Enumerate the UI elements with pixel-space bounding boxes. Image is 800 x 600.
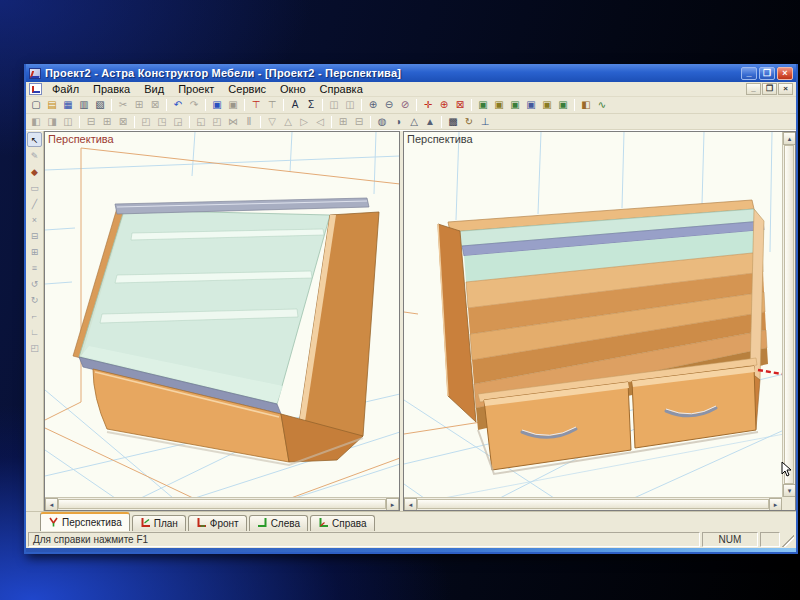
scroll-down-icon[interactable]: ▾ xyxy=(783,484,796,497)
view-cabinet-icon[interactable]: ▣ xyxy=(491,98,507,112)
view-room-icon[interactable]: ▣ xyxy=(555,98,571,112)
render-wireframe-icon[interactable]: ◍ xyxy=(374,115,390,129)
print-preview-icon[interactable]: ▧ xyxy=(92,98,108,112)
view-top-3d-icon[interactable]: ▣ xyxy=(539,98,555,112)
edge-band-tool-icon[interactable]: ∟ xyxy=(27,324,42,339)
horizontal-scrollbar-left-viewport[interactable]: ◂ ▸ xyxy=(45,497,399,510)
tab-перспектива[interactable]: Перспектива xyxy=(40,512,130,531)
text-label-icon[interactable]: А xyxy=(287,98,303,112)
scroll-left-icon[interactable]: ◂ xyxy=(45,498,58,511)
group-tool-icon[interactable]: ◰ xyxy=(27,340,42,355)
material-fill-icon[interactable]: ▣ xyxy=(209,98,225,112)
redo-icon[interactable]: ↷ xyxy=(186,98,202,112)
select-tool-icon[interactable]: ↖ xyxy=(27,132,42,147)
menu-item-правка[interactable]: Правка xyxy=(86,82,137,96)
zoom-window-icon[interactable]: ⊘ xyxy=(397,98,413,112)
minimize-button[interactable]: _ xyxy=(741,67,757,80)
render-smooth-icon[interactable]: ▲ xyxy=(422,115,438,129)
scroll-up-icon[interactable]: ▴ xyxy=(783,132,796,145)
mirror-left-icon[interactable]: ◁ xyxy=(312,115,328,129)
view-wireframe-icon[interactable]: ▣ xyxy=(523,98,539,112)
anchor-view-icon[interactable]: ⊥ xyxy=(477,115,493,129)
shrink-panel-icon[interactable]: Ⅱ xyxy=(241,115,257,129)
orbit-view-icon[interactable]: ↻ xyxy=(461,115,477,129)
scroll-thumb[interactable] xyxy=(784,145,794,484)
close-button[interactable]: × xyxy=(777,67,793,80)
add-panel-h-tool-icon[interactable]: ⊟ xyxy=(27,228,42,243)
fastener-remove-icon[interactable]: ⊤ xyxy=(264,98,280,112)
stretch-panel-icon[interactable]: ⋈ xyxy=(225,115,241,129)
scroll-left-icon[interactable]: ◂ xyxy=(404,498,417,511)
document-icon[interactable] xyxy=(29,83,42,95)
align-top-edges-icon[interactable]: ◳ xyxy=(154,115,170,129)
child-minimize-button[interactable]: _ xyxy=(746,83,761,95)
view-shaded-icon[interactable]: ▣ xyxy=(507,98,523,112)
camera-view-icon[interactable]: ◧ xyxy=(578,98,594,112)
formula-sum-icon[interactable]: Σ xyxy=(303,98,319,112)
center-view-icon[interactable]: ⊕ xyxy=(436,98,452,112)
flip-vertical-icon[interactable]: ▽ xyxy=(264,115,280,129)
dimension-h-icon[interactable]: ◫ xyxy=(326,98,342,112)
vertical-scrollbar-right-viewport[interactable]: ▴ ▾ xyxy=(782,132,795,497)
save-file-icon[interactable]: ▦ xyxy=(60,98,76,112)
menu-item-файл[interactable]: Файл xyxy=(45,82,86,96)
add-shelf-tool-icon[interactable]: ≡ xyxy=(27,260,42,275)
viewport-perspective-secondary[interactable]: Перспектива xyxy=(403,131,796,511)
horizontal-scrollbar-right-viewport[interactable]: ◂ ▸ xyxy=(404,497,782,510)
scroll-right-icon[interactable]: ▸ xyxy=(769,498,782,511)
edit-nodes-tool-icon[interactable]: ✎ xyxy=(27,148,42,163)
scroll-thumb[interactable] xyxy=(58,499,386,509)
cut-icon[interactable]: ✂ xyxy=(115,98,131,112)
menu-item-сервис[interactable]: Сервис xyxy=(221,82,273,96)
open-file-icon[interactable]: ▤ xyxy=(44,98,60,112)
viewport-perspective-active[interactable]: Перспектива xyxy=(44,131,400,511)
pan-view-icon[interactable]: ✛ xyxy=(420,98,436,112)
resize-grip[interactable] xyxy=(782,532,794,547)
dimension-v-icon[interactable]: ◫ xyxy=(342,98,358,112)
paste-icon[interactable]: ⊠ xyxy=(147,98,163,112)
add-panel-v-tool-icon[interactable]: ⊞ xyxy=(27,244,42,259)
fastener-insert-icon[interactable]: ⊤ xyxy=(248,98,264,112)
material-editor-icon[interactable]: ▩ xyxy=(445,115,461,129)
join-panel-right-icon[interactable]: ◨ xyxy=(44,115,60,129)
draw-line-tool-icon[interactable]: ╱ xyxy=(27,196,42,211)
zoom-out-icon[interactable]: ⊖ xyxy=(381,98,397,112)
menu-item-справка[interactable]: Справка xyxy=(313,82,370,96)
new-file-icon[interactable]: ▢ xyxy=(28,98,44,112)
copy-icon[interactable]: ⊞ xyxy=(131,98,147,112)
insert-partition-icon[interactable]: ⊞ xyxy=(99,115,115,129)
insert-shelf-icon[interactable]: ⊟ xyxy=(83,115,99,129)
join-panel-both-icon[interactable]: ◫ xyxy=(60,115,76,129)
render-flat-icon[interactable]: △ xyxy=(406,115,422,129)
rotate-left-tool-icon[interactable]: ↺ xyxy=(27,276,42,291)
menu-item-проект[interactable]: Проект xyxy=(171,82,221,96)
zoom-in-icon[interactable]: ⊕ xyxy=(365,98,381,112)
align-centers-icon[interactable]: ◲ xyxy=(170,115,186,129)
tab-справа[interactable]: Справа xyxy=(310,515,375,531)
draw-rect-tool-icon[interactable]: ▭ xyxy=(27,180,42,195)
menu-item-окно[interactable]: Окно xyxy=(273,82,313,96)
render-hidden-line-icon[interactable]: ◑ xyxy=(390,115,406,129)
align-left-edges-icon[interactable]: ◰ xyxy=(138,115,154,129)
fit-view-icon[interactable]: ⊠ xyxy=(452,98,468,112)
base-box-tool-icon[interactable]: ◆ xyxy=(27,164,42,179)
view-isometric-icon[interactable]: ▣ xyxy=(475,98,491,112)
tab-план[interactable]: План xyxy=(132,515,186,531)
print-icon[interactable]: ▥ xyxy=(76,98,92,112)
insert-back-panel-icon[interactable]: ⊠ xyxy=(115,115,131,129)
restore-button[interactable]: ❐ xyxy=(759,67,775,80)
mirror-right-icon[interactable]: ▷ xyxy=(296,115,312,129)
scroll-thumb[interactable] xyxy=(417,499,769,509)
title-bar[interactable]: Проект2 - Астра Конструктор Мебели - [Пр… xyxy=(26,64,796,82)
distribute-h-icon[interactable]: ◱ xyxy=(193,115,209,129)
tab-фронт[interactable]: Фронт xyxy=(188,515,247,531)
rotate-right-tool-icon[interactable]: ↻ xyxy=(27,292,42,307)
flip-horizontal-icon[interactable]: △ xyxy=(280,115,296,129)
swap-panels-icon[interactable]: ⊞ xyxy=(335,115,351,129)
distribute-v-icon[interactable]: ◰ xyxy=(209,115,225,129)
join-panel-left-icon[interactable]: ◧ xyxy=(28,115,44,129)
delete-tool-icon[interactable]: × xyxy=(27,212,42,227)
corner-join-tool-icon[interactable]: ⌐ xyxy=(27,308,42,323)
merge-panels-icon[interactable]: ⊟ xyxy=(351,115,367,129)
undo-icon[interactable]: ↶ xyxy=(170,98,186,112)
